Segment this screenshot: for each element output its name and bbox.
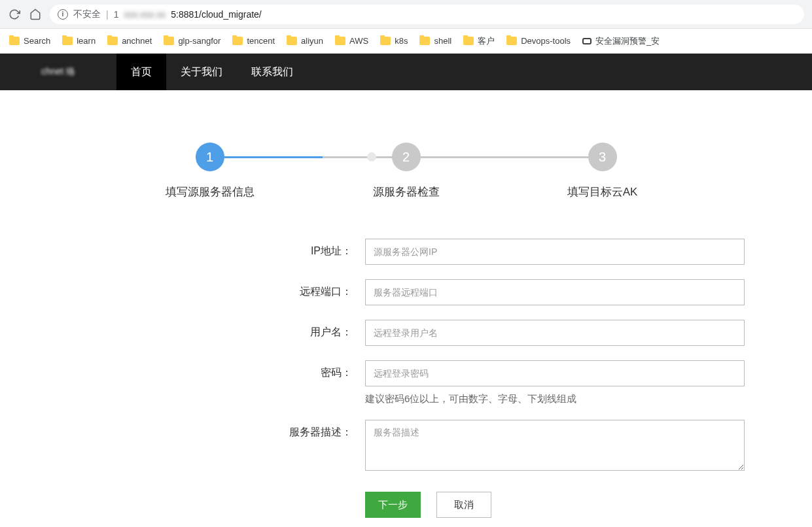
folder-icon (232, 37, 243, 45)
bookmark-item[interactable]: AWS (335, 36, 368, 46)
bookmark-item[interactable]: glp-sangfor (164, 36, 221, 46)
bookmark-label: 安全漏洞预警_安 (595, 35, 660, 47)
bookmark-label: Devops-tools (521, 36, 571, 46)
bookmark-label: anchnet (122, 36, 152, 46)
site-logo[interactable]: chnet 络 (0, 54, 116, 90)
label-ip: IP地址： (268, 239, 365, 258)
url-hidden: xxx.xxx.xx (124, 9, 166, 20)
input-password[interactable] (365, 360, 745, 386)
insecure-label: 不安全 (73, 8, 101, 20)
textarea-desc[interactable] (365, 420, 745, 471)
step-label: 填写目标云AK (504, 184, 701, 199)
step-1: 1 填写源服务器信息 (112, 143, 308, 199)
bookmark-item[interactable]: aliyun (287, 36, 323, 46)
form-actions: 下一步 取消 (268, 492, 779, 518)
step-3: 3 填写目标云AK (504, 143, 701, 199)
folder-icon (419, 37, 430, 45)
nav-contact[interactable]: 联系我们 (237, 54, 308, 90)
bookmark-label: Search (24, 36, 50, 46)
bookmark-item[interactable]: Devops-tools (506, 36, 571, 46)
bookmarks-bar: Search learn anchnet glp-sangfor tencent… (0, 29, 812, 54)
bookmark-label: AWS (349, 36, 368, 46)
cancel-button[interactable]: 取消 (436, 492, 491, 518)
input-user[interactable] (365, 320, 745, 346)
bookmark-item[interactable]: Search (9, 36, 50, 46)
step-circle: 1 (196, 143, 224, 171)
input-port[interactable] (365, 279, 745, 305)
label-port: 远程端口： (268, 279, 365, 299)
bookmark-label: glp-sangfor (178, 36, 221, 46)
browser-address-bar: i 不安全 | 1 xxx.xxx.xx 5:8881/cloud_migrat… (0, 0, 812, 29)
url-prefix: 1 (114, 9, 119, 20)
folder-icon (164, 37, 174, 45)
bookmark-label: shell (434, 36, 451, 46)
folder-icon (335, 37, 345, 45)
next-button[interactable]: 下一步 (365, 492, 421, 518)
folder-icon (287, 37, 297, 45)
steps-indicator: 1 填写源服务器信息 2 源服务器检查 3 填写目标云AK (0, 143, 812, 199)
bookmark-label: 客户 (478, 35, 495, 47)
bookmark-label: tencent (247, 36, 275, 46)
step-circle: 2 (392, 143, 421, 171)
step-2: 2 源服务器检查 (308, 143, 504, 199)
bookmark-item[interactable]: shell (419, 36, 451, 46)
step-circle: 3 (588, 143, 617, 171)
row-ip: IP地址： (268, 239, 779, 265)
bookmark-item[interactable]: 客户 (463, 35, 495, 47)
bookmark-label: aliyun (301, 36, 323, 46)
bookmark-item[interactable]: anchnet (107, 36, 152, 46)
step-connector (421, 156, 617, 158)
bookmark-label: learn (77, 36, 96, 46)
nav-about[interactable]: 关于我们 (166, 54, 237, 90)
info-icon: i (58, 9, 68, 20)
reload-icon[interactable] (8, 8, 21, 21)
tool-icon (582, 38, 591, 44)
folder-icon (506, 37, 517, 45)
step-dot (367, 152, 376, 162)
url-path: 5:8881/cloud_migrate/ (171, 9, 262, 20)
source-server-form: IP地址： 远程端口： 用户名： 密码： 建议密码6位以上，可由数字、字母、下划… (268, 239, 779, 518)
row-desc: 服务器描述： (268, 420, 779, 473)
top-nav: chnet 络 首页 关于我们 联系我们 (0, 54, 812, 90)
step-label: 填写源服务器信息 (112, 184, 308, 199)
bookmark-item[interactable]: tencent (232, 36, 275, 46)
bookmark-label: k8s (395, 36, 408, 46)
address-input[interactable]: i 不安全 | 1 xxx.xxx.xx 5:8881/cloud_migrat… (50, 5, 804, 24)
folder-icon (107, 37, 118, 45)
label-password: 密码： (268, 360, 365, 380)
bookmark-item[interactable]: k8s (380, 36, 408, 46)
step-connector (224, 156, 421, 158)
bookmark-item[interactable]: 安全漏洞预警_安 (582, 35, 660, 47)
row-password: 密码： 建议密码6位以上，可由数字、字母、下划线组成 (268, 360, 779, 405)
folder-icon (380, 37, 391, 45)
nav-home[interactable]: 首页 (116, 54, 166, 90)
step-label: 源服务器检查 (308, 184, 504, 199)
folder-icon (62, 37, 73, 45)
bookmark-item[interactable]: learn (62, 36, 96, 46)
row-port: 远程端口： (268, 279, 779, 305)
label-desc: 服务器描述： (268, 420, 365, 439)
label-user: 用户名： (268, 320, 365, 339)
folder-icon (463, 37, 474, 45)
row-user: 用户名： (268, 320, 779, 346)
password-hint: 建议密码6位以上，可由数字、字母、下划线组成 (365, 393, 745, 405)
home-icon[interactable] (29, 8, 42, 21)
input-ip[interactable] (365, 239, 745, 265)
folder-icon (9, 37, 20, 45)
